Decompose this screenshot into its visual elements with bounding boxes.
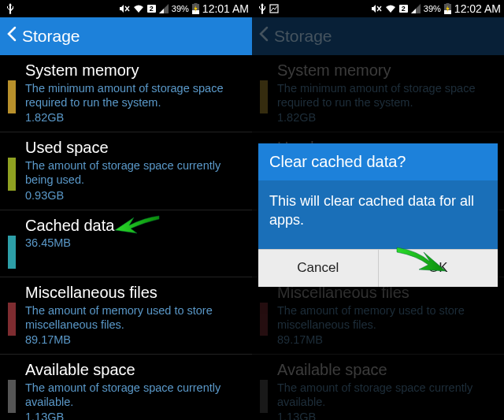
mute-icon bbox=[371, 4, 382, 13]
status-bar: 2 39% 12:01 AM bbox=[0, 0, 252, 17]
swatch bbox=[8, 303, 16, 336]
swatch bbox=[8, 236, 16, 269]
phone-left: 2 39% 12:01 AM Storage System memory The… bbox=[0, 0, 252, 420]
app-header: Storage bbox=[0, 17, 252, 55]
sim-icon: 2 bbox=[147, 5, 156, 13]
item-size: 1.13GB bbox=[25, 411, 244, 420]
battery-icon bbox=[444, 3, 451, 14]
swatch bbox=[8, 380, 16, 413]
cancel-button[interactable]: Cancel bbox=[258, 249, 379, 287]
item-desc: The minimum amount of storage space requ… bbox=[25, 81, 244, 110]
list-item-cached-data[interactable]: Cached data 36.45MB bbox=[0, 210, 252, 277]
list-item-system-memory[interactable]: System memory The minimum amount of stor… bbox=[0, 55, 252, 132]
item-size: 1.82GB bbox=[25, 111, 244, 124]
item-size: 36.45MB bbox=[25, 236, 244, 249]
svg-rect-6 bbox=[446, 3, 449, 5]
item-title: Used space bbox=[25, 139, 244, 157]
item-size: 0.93GB bbox=[25, 189, 244, 202]
wifi-icon bbox=[385, 4, 396, 13]
storage-list: System memory The minimum amount of stor… bbox=[0, 55, 252, 420]
clock: 12:02 AM bbox=[454, 2, 501, 15]
ok-button[interactable]: OK bbox=[379, 249, 498, 287]
clear-cache-dialog: Clear cached data? This will clear cache… bbox=[258, 143, 498, 287]
list-item-used-space[interactable]: Used space The amount of storage space c… bbox=[0, 132, 252, 210]
mute-icon bbox=[119, 4, 130, 13]
item-desc: The amount of storage space currently be… bbox=[25, 158, 244, 187]
dialog-body: This will clear cached data for all apps… bbox=[258, 180, 498, 249]
item-title: Cached data bbox=[25, 217, 244, 235]
page-title: Storage bbox=[22, 27, 80, 46]
screenshot-icon bbox=[269, 4, 279, 13]
phone-right: 2 39% 12:02 AM Storage System memory The… bbox=[252, 0, 504, 420]
usb-icon bbox=[258, 3, 266, 14]
signal-icon bbox=[159, 4, 169, 13]
back-icon[interactable] bbox=[6, 26, 17, 46]
battery-icon bbox=[192, 3, 199, 14]
sim-icon: 2 bbox=[399, 5, 408, 13]
list-item-available-space[interactable]: Available space The amount of storage sp… bbox=[0, 355, 252, 420]
wifi-icon bbox=[133, 4, 144, 13]
item-title: Miscellaneous files bbox=[25, 284, 244, 302]
clock: 12:01 AM bbox=[202, 2, 249, 15]
item-desc: The amount of memory used to store misce… bbox=[25, 303, 244, 332]
list-item-misc-files[interactable]: Miscellaneous files The amount of memory… bbox=[0, 277, 252, 355]
item-title: Available space bbox=[25, 361, 244, 379]
dialog-title: Clear cached data? bbox=[258, 143, 498, 180]
dialog-buttons: Cancel OK bbox=[258, 249, 498, 287]
usb-icon bbox=[6, 3, 14, 14]
item-title: System memory bbox=[25, 61, 244, 80]
svg-rect-2 bbox=[194, 3, 197, 5]
swatch bbox=[8, 80, 16, 113]
swatch bbox=[8, 158, 16, 191]
battery-percent: 39% bbox=[172, 4, 189, 13]
status-bar: 2 39% 12:02 AM bbox=[252, 0, 504, 17]
battery-percent: 39% bbox=[424, 4, 441, 13]
item-desc: The amount of storage space currently av… bbox=[25, 381, 244, 409]
signal-icon bbox=[411, 4, 421, 13]
item-size: 89.17MB bbox=[25, 333, 244, 346]
